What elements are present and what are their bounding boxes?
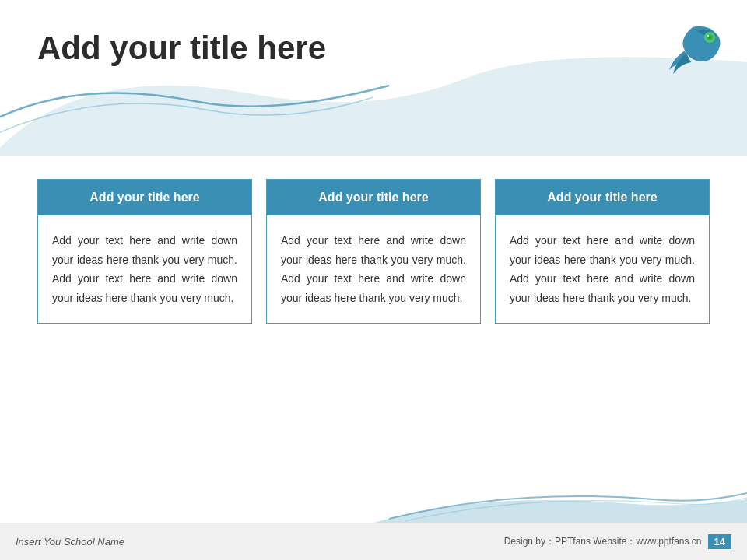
logo-icon: [661, 16, 724, 78]
footer-right: Design by：PPTfans Website：www.pptfans.cn…: [504, 534, 731, 549]
page-number: 14: [708, 534, 731, 549]
column-3-header: Add your title here: [496, 180, 709, 215]
bottom-decoration: [0, 476, 747, 523]
column-1-body: Add your text here and write down your i…: [38, 215, 251, 323]
svg-point-3: [707, 35, 709, 37]
columns-section: Add your title here Add your text here a…: [37, 179, 710, 324]
column-2-header: Add your title here: [267, 180, 480, 215]
column-1: Add your title here Add your text here a…: [37, 179, 252, 324]
column-2-body: Add your text here and write down your i…: [267, 215, 480, 323]
column-3: Add your title here Add your text here a…: [495, 179, 710, 324]
slide: Add your title here Add your title here …: [0, 0, 747, 560]
column-1-header: Add your title here: [38, 180, 251, 215]
school-name: Insert You School Name: [16, 536, 124, 548]
column-3-body: Add your text here and write down your i…: [496, 215, 709, 323]
design-credit: Design by：PPTfans Website：www.pptfans.cn: [504, 535, 702, 548]
column-2: Add your title here Add your text here a…: [266, 179, 481, 324]
page-title: Add your title here: [37, 30, 326, 67]
header-decoration: [0, 0, 747, 156]
footer: Insert You School Name Design by：PPTfans…: [0, 523, 747, 560]
